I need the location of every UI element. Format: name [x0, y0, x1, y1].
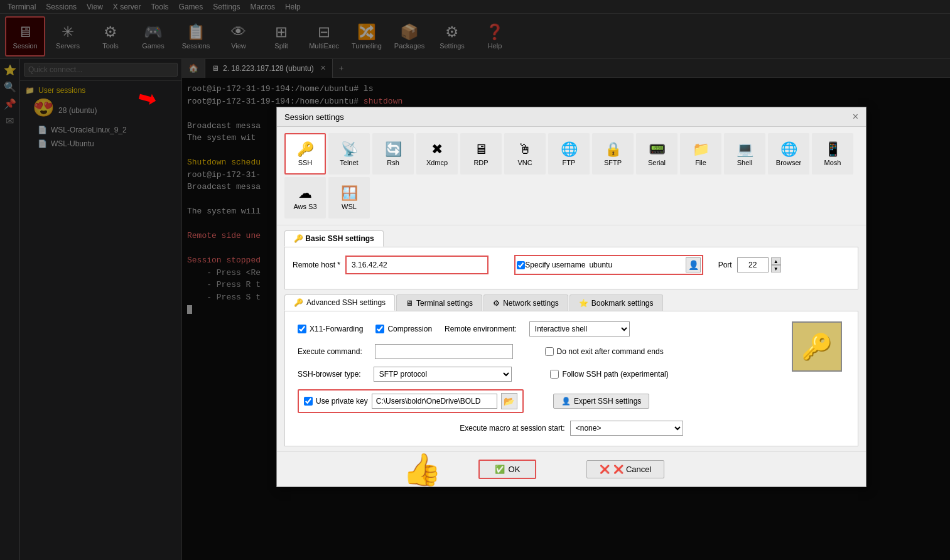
wsl-proto-icon: 🪟: [341, 185, 358, 202]
do-not-exit-label[interactable]: Do not exit after command ends: [545, 347, 664, 356]
proto-browser-btn[interactable]: 🌐 Browser: [768, 133, 809, 175]
ok-button[interactable]: ✅ OK: [478, 460, 537, 479]
use-private-key-text: Use private key: [316, 397, 368, 406]
shell-proto-icon: 💻: [737, 141, 753, 158]
cancel-x-icon: ❌: [600, 465, 610, 474]
rdp-proto-icon: 🖥: [474, 141, 488, 158]
mosh-proto-label: Mosh: [824, 159, 841, 166]
follow-ssh-path-label[interactable]: Follow SSH path (experimental): [550, 370, 668, 379]
sftp-proto-icon: 🔒: [605, 141, 622, 158]
network-settings-label: Network settings: [503, 299, 559, 308]
protocol-row: 🔑 SSH 📡 Telnet 🔄 Rsh ✖ Xdmcp 🖥 RDP 🖱 VNC…: [277, 127, 866, 225]
remote-host-row: Remote host * Specify username 👤 Port ▲ …: [293, 255, 850, 275]
username-input[interactable]: [585, 258, 686, 272]
adv-ssh-tab-btn[interactable]: 🔑 Advanced SSH settings: [284, 294, 395, 311]
thumbs-up-icon: 👍: [402, 451, 441, 488]
terminal-settings-tab-btn[interactable]: 🖥 Terminal settings: [396, 294, 482, 311]
awss3-proto-label: Aws S3: [293, 203, 316, 210]
session-settings-dialog: Session settings × 🔑 SSH 📡 Telnet 🔄 Rsh …: [276, 107, 866, 487]
port-input[interactable]: [737, 257, 769, 272]
add-user-btn[interactable]: 👤: [686, 257, 701, 272]
compression-text: Compression: [387, 325, 432, 333]
follow-ssh-path-checkbox[interactable]: [550, 370, 559, 379]
network-settings-icon: ⚙: [493, 299, 500, 308]
remote-env-select[interactable]: Interactive shell Bash Zsh Custom comman…: [529, 321, 630, 337]
network-settings-tab-btn[interactable]: ⚙ Network settings: [483, 294, 568, 311]
proto-awss3-btn[interactable]: ☁ Aws S3: [284, 177, 326, 218]
port-container: ▲ ▼: [737, 257, 781, 272]
proto-rdp-btn[interactable]: 🖥 RDP: [460, 133, 502, 175]
private-key-row: Use private key 📂: [298, 389, 524, 413]
macro-label: Execute macro at session start:: [460, 424, 564, 433]
proto-mosh-btn[interactable]: 📱 Mosh: [812, 133, 853, 175]
dialog-title-text: Session settings: [284, 112, 344, 122]
compression-label[interactable]: Compression: [375, 325, 432, 333]
bookmark-settings-tab-btn[interactable]: ⭐ Bookmark settings: [569, 294, 663, 311]
dialog-footer: 👍 ✅ OK ❌ ❌ Cancel: [277, 451, 866, 487]
proto-wsl-btn[interactable]: 🪟 WSL: [328, 177, 370, 218]
port-label: Port: [718, 261, 732, 269]
adv-row-1: X11-Forwarding Compression Remote enviro…: [298, 321, 845, 337]
expert-ssh-btn[interactable]: 👤 Expert SSH settings: [553, 394, 649, 409]
proto-rsh-btn[interactable]: 🔄 Rsh: [372, 133, 414, 175]
vnc-proto-label: VNC: [517, 159, 532, 166]
specify-username-checkbox[interactable]: [517, 261, 525, 269]
expert-ssh-label: Expert SSH settings: [574, 397, 641, 406]
specify-username-label: Specify username: [525, 261, 585, 269]
execute-cmd-input[interactable]: [375, 344, 513, 359]
shell-proto-label: Shell: [737, 159, 752, 166]
port-down-btn[interactable]: ▼: [771, 265, 781, 272]
basic-ssh-content: Remote host * Specify username 👤 Port ▲ …: [284, 247, 858, 289]
remote-host-input[interactable]: [348, 258, 486, 272]
proto-file-btn[interactable]: 📁 File: [680, 133, 721, 175]
rsh-proto-label: Rsh: [387, 159, 399, 166]
ssh-tab-icon: 🔑: [294, 234, 303, 243]
macro-select[interactable]: <none>: [570, 421, 683, 436]
proto-sftp-btn[interactable]: 🔒 SFTP: [592, 133, 634, 175]
proto-ssh-btn[interactable]: 🔑 SSH: [284, 133, 326, 175]
browse-key-btn[interactable]: 📂: [501, 393, 517, 409]
execute-cmd-label: Execute command:: [298, 347, 362, 356]
follow-ssh-path-text: Follow SSH path (experimental): [562, 370, 668, 379]
port-spinner: ▲ ▼: [771, 257, 781, 272]
remote-env-label: Remote environment:: [445, 325, 517, 333]
telnet-proto-icon: 📡: [341, 141, 358, 158]
serial-proto-label: Serial: [648, 159, 666, 166]
sftp-proto-label: SFTP: [604, 159, 622, 166]
cancel-label: ❌ Cancel: [613, 465, 651, 474]
compression-checkbox[interactable]: [375, 325, 384, 333]
proto-shell-btn[interactable]: 💻 Shell: [724, 133, 765, 175]
username-container: Specify username 👤: [514, 255, 703, 275]
adv-ssh-icon: 🔑: [294, 298, 303, 307]
vnc-proto-icon: 🖱: [518, 141, 532, 158]
adv-ssh-tab-label: Advanced SSH settings: [306, 298, 386, 307]
ssh-proto-icon: 🔑: [297, 141, 314, 158]
basic-ssh-tab-btn[interactable]: 🔑 Basic SSH settings: [284, 230, 384, 247]
proto-xdmcp-btn[interactable]: ✖ Xdmcp: [416, 133, 458, 175]
ok-check-icon: ✅: [495, 465, 505, 474]
adv-row-2: Execute command: Do not exit after comma…: [298, 344, 845, 359]
port-up-btn[interactable]: ▲: [771, 257, 781, 265]
do-not-exit-checkbox[interactable]: [545, 347, 554, 356]
browser-proto-icon: 🌐: [780, 141, 797, 158]
adv-ssh-content: 🔑 X11-Forwarding Compression Remote envi…: [284, 311, 858, 446]
remote-host-container: [345, 256, 488, 274]
proto-serial-btn[interactable]: 📟 Serial: [636, 133, 677, 175]
use-private-key-label[interactable]: Use private key: [304, 397, 368, 406]
adv-tabs-row: 🔑 Advanced SSH settings 🖥 Terminal setti…: [277, 289, 866, 311]
ftp-proto-icon: 🌐: [561, 141, 578, 158]
xdmcp-proto-label: Xdmcp: [426, 159, 448, 166]
use-private-key-checkbox[interactable]: [304, 397, 313, 406]
ssh-proto-label: SSH: [298, 159, 313, 166]
ssh-browser-select[interactable]: SFTP protocol SCP protocol: [374, 367, 512, 382]
x11-forwarding-label[interactable]: X11-Forwarding: [298, 325, 363, 333]
telnet-proto-label: Telnet: [340, 159, 358, 166]
proto-ftp-btn[interactable]: 🌐 FTP: [548, 133, 590, 175]
serial-proto-icon: 📟: [649, 141, 666, 158]
dialog-close-btn[interactable]: ×: [853, 111, 858, 122]
cancel-button[interactable]: ❌ ❌ Cancel: [586, 460, 664, 478]
x11-forwarding-checkbox[interactable]: [298, 325, 306, 333]
private-key-input[interactable]: [372, 394, 497, 409]
proto-vnc-btn[interactable]: 🖱 VNC: [504, 133, 546, 175]
proto-telnet-btn[interactable]: 📡 Telnet: [328, 133, 370, 175]
